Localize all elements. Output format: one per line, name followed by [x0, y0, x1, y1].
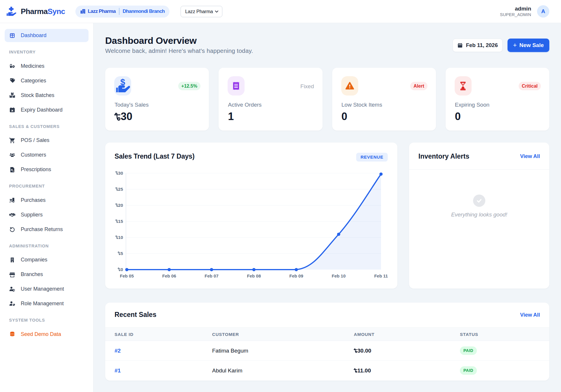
svg-text:x: x [13, 170, 14, 172]
